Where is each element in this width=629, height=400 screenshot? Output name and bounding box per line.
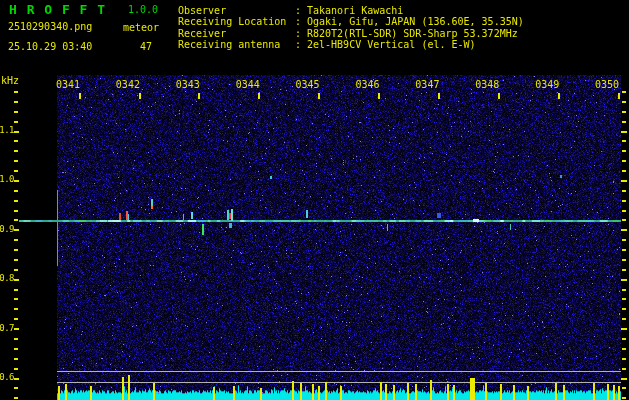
freq-unit-label: kHz: [1, 75, 19, 86]
info-value: Takanori Kawachi: [307, 5, 403, 16]
spectrogram-canvas: [0, 0, 629, 400]
info-colon: :: [295, 28, 307, 39]
time-tick-label: 0347: [411, 80, 443, 90]
info-row: Observer:Takanori Kawachi: [178, 5, 628, 16]
info-value: 2el-HB9CV Vertical (el. E-W): [307, 39, 476, 50]
info-value: R820T2(RTL-SDR) SDR-Sharp 53.372MHz: [307, 28, 518, 39]
info-colon: :: [295, 16, 307, 27]
app-version: 1.0.0: [128, 4, 158, 15]
info-value: Ogaki, Gifu, JAPAN (136.60E, 35.35N): [307, 16, 524, 27]
freq-tick-label: 0.8: [0, 273, 14, 284]
time-tick-label: 0344: [232, 80, 264, 90]
info-label: Receiving antenna: [178, 39, 295, 50]
observation-mode: meteor: [123, 22, 159, 33]
info-row: Receiver:R820T2(RTL-SDR) SDR-Sharp 53.37…: [178, 28, 628, 39]
freq-tick-label: 0.9: [0, 224, 14, 235]
info-colon: :: [295, 5, 307, 16]
freq-tick-label: 0.6: [0, 372, 14, 383]
freq-tick-label: 1.1: [0, 125, 14, 136]
time-tick-label: 0343: [172, 80, 204, 90]
app-title: H R O F F T: [9, 2, 106, 17]
capture-datetime: 25.10.29 03:40: [8, 41, 92, 52]
time-tick-label: 0345: [292, 80, 324, 90]
info-row: Receiving Location:Ogaki, Gifu, JAPAN (1…: [178, 16, 628, 27]
freq-tick-label: 0.7: [0, 323, 14, 334]
time-tick-label: 0350: [591, 80, 623, 90]
time-tick-label: 0348: [471, 80, 503, 90]
time-tick-label: 0349: [531, 80, 563, 90]
info-colon: :: [295, 39, 307, 50]
info-row: Receiving antenna:2el-HB9CV Vertical (el…: [178, 39, 628, 50]
station-info-block: Observer:Takanori KawachiReceiving Locat…: [178, 5, 628, 50]
time-tick-label: 0346: [352, 80, 384, 90]
time-tick-label: 0342: [112, 80, 144, 90]
info-label: Receiving Location: [178, 16, 295, 27]
echo-count: 47: [140, 41, 152, 52]
info-label: Receiver: [178, 28, 295, 39]
hrofft-window: H R O F F T 1.0.0 2510290340.png meteor …: [0, 0, 629, 400]
time-tick-label: 0341: [52, 80, 84, 90]
freq-tick-label: 1.0: [0, 174, 14, 185]
capture-filename: 2510290340.png: [8, 21, 92, 32]
info-label: Observer: [178, 5, 295, 16]
